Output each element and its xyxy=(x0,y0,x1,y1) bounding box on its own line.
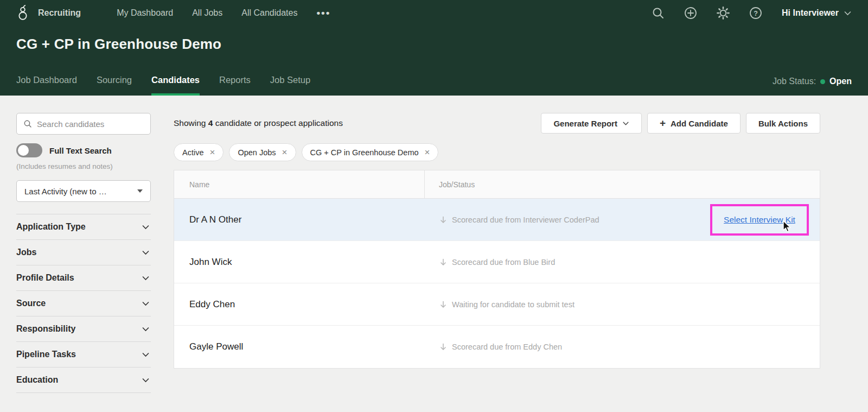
status-dot-icon xyxy=(820,79,825,84)
active-filter-chips: Active×Open Jobs×CG + CP in Greenhouse D… xyxy=(174,143,820,161)
filter-section-label: Education xyxy=(16,375,58,385)
arrow-down-icon xyxy=(439,343,448,351)
user-name: Hi Interviewer xyxy=(782,8,839,18)
filter-section-label: Responsibility xyxy=(16,324,75,334)
tab-reports[interactable]: Reports xyxy=(219,68,251,96)
candidate-name[interactable]: John Wick xyxy=(174,241,425,283)
chip-label: Active xyxy=(182,148,204,157)
arrow-down-icon xyxy=(439,258,448,267)
status-text: Scorecard due from Blue Bird xyxy=(452,258,555,267)
content-area: Full Text Search (Includes resumes and n… xyxy=(0,96,868,393)
product-name: Recruiting xyxy=(38,8,81,18)
more-menu-button[interactable]: ••• xyxy=(316,7,330,19)
svg-text:?: ? xyxy=(754,10,758,17)
interview-kit-highlight-box: Select Interview Kit xyxy=(710,204,809,236)
remove-chip-icon[interactable]: × xyxy=(425,148,430,157)
chevron-down-icon xyxy=(844,9,852,17)
table-row[interactable]: John WickScorecard due from Blue Bird xyxy=(174,241,820,283)
filter-chip-active: Active× xyxy=(174,143,224,161)
nav-item-my-dashboard[interactable]: My Dashboard xyxy=(117,8,173,18)
sort-dropdown-value: Last Activity (new to … xyxy=(24,187,107,196)
table-row[interactable]: Eddy ChenWaiting for candidate to submit… xyxy=(174,283,820,326)
status-text: Waiting for candidate to submit test xyxy=(452,300,575,309)
sort-dropdown[interactable]: Last Activity (new to … xyxy=(16,180,151,202)
candidate-status: Scorecard due from Blue Bird xyxy=(425,241,820,283)
page-title: CG + CP in Greenhouse Demo xyxy=(16,26,852,53)
filter-section-label: Jobs xyxy=(16,248,36,257)
candidates-main: Showing 4 candidate or prospect applicat… xyxy=(174,113,820,393)
remove-chip-icon[interactable]: × xyxy=(210,148,215,157)
arrow-down-icon xyxy=(439,300,448,309)
job-status: Job Status: Open xyxy=(773,77,852,96)
gear-icon[interactable] xyxy=(717,7,730,20)
filter-section-label: Pipeline Tasks xyxy=(16,350,76,359)
filter-section-education[interactable]: Education xyxy=(16,367,151,393)
candidate-status: Scorecard due from Eddy Chen xyxy=(425,326,820,368)
job-status-label: Job Status: xyxy=(773,77,816,86)
filter-section-pipeline-tasks[interactable]: Pipeline Tasks xyxy=(16,342,151,367)
add-icon[interactable] xyxy=(684,7,697,20)
chevron-down-icon xyxy=(142,325,150,333)
filter-section-label: Profile Details xyxy=(16,273,74,283)
chevron-down-icon xyxy=(142,274,150,282)
arrow-down-icon xyxy=(439,215,448,224)
tab-sourcing[interactable]: Sourcing xyxy=(97,68,132,96)
plus-icon: + xyxy=(660,118,666,128)
table-row[interactable]: Gayle PowellScorecard due from Eddy Chen xyxy=(174,326,820,368)
nav-item-all-candidates[interactable]: All Candidates xyxy=(241,8,297,18)
remove-chip-icon[interactable]: × xyxy=(282,148,288,157)
generate-report-button[interactable]: Generate Report xyxy=(541,113,642,134)
filter-section-profile-details[interactable]: Profile Details xyxy=(16,265,151,291)
filter-chip-cg-cp-in-greenhouse-demo: CG + CP in Greenhouse Demo× xyxy=(302,143,439,161)
tab-job-setup[interactable]: Job Setup xyxy=(270,68,310,96)
chip-label: Open Jobs xyxy=(238,148,276,157)
candidate-name[interactable]: Eddy Chen xyxy=(174,283,425,325)
tab-job-dashboard[interactable]: Job Dashboard xyxy=(16,68,77,96)
primary-nav: My DashboardAll JobsAll Candidates xyxy=(117,8,297,18)
tab-candidates[interactable]: Candidates xyxy=(151,68,200,96)
help-icon[interactable]: ? xyxy=(749,7,762,20)
candidate-status: Waiting for candidate to submit test xyxy=(425,283,820,325)
results-summary: Showing 4 candidate or prospect applicat… xyxy=(174,118,343,128)
filter-section-label: Source xyxy=(16,299,46,308)
chip-label: CG + CP in Greenhouse Demo xyxy=(310,148,419,157)
chevron-down-icon xyxy=(142,249,150,257)
filter-section-application-type[interactable]: Application Type xyxy=(16,214,151,240)
candidates-table: Name Job/Status Dr A N OtherScorecard du… xyxy=(174,170,820,369)
filter-section-jobs[interactable]: Jobs xyxy=(16,240,151,265)
chevron-down-icon xyxy=(142,300,150,308)
bulk-actions-button[interactable]: Bulk Actions xyxy=(746,113,820,134)
status-text: Scorecard due from Eddy Chen xyxy=(452,343,562,351)
caret-down-icon xyxy=(137,189,143,193)
search-candidates-input[interactable] xyxy=(37,119,144,129)
results-count: 4 xyxy=(208,118,213,128)
job-status-value[interactable]: Open xyxy=(829,77,852,86)
filter-section-responsibility[interactable]: Responsibility xyxy=(16,316,151,342)
table-header: Name Job/Status xyxy=(174,170,820,199)
search-icon[interactable] xyxy=(652,7,665,20)
full-text-search-toggle[interactable] xyxy=(16,143,42,157)
status-text: Scorecard due from Interviewer CoderPad xyxy=(452,215,599,224)
candidate-search-box xyxy=(16,113,151,135)
job-tabs: Job DashboardSourcingCandidatesReportsJo… xyxy=(16,68,310,96)
filter-sidebar: Full Text Search (Includes resumes and n… xyxy=(16,113,151,393)
candidate-name[interactable]: Gayle Powell xyxy=(174,326,425,368)
column-header-job-status[interactable]: Job/Status xyxy=(425,170,820,198)
nav-item-all-jobs[interactable]: All Jobs xyxy=(192,8,222,18)
candidate-name[interactable]: Dr A N Other xyxy=(174,199,425,240)
job-header: CG + CP in Greenhouse Demo Job Dashboard… xyxy=(0,26,868,96)
column-header-name[interactable]: Name xyxy=(174,170,425,198)
chevron-down-icon xyxy=(142,351,150,359)
table-row[interactable]: Dr A N OtherScorecard due from Interview… xyxy=(174,199,820,241)
full-text-search-note: (Includes resumes and notes) xyxy=(16,162,151,170)
mouse-cursor-icon xyxy=(782,220,792,232)
top-navigation-bar: Recruiting My DashboardAll JobsAll Candi… xyxy=(0,0,868,26)
table-body: Dr A N OtherScorecard due from Interview… xyxy=(174,199,820,368)
user-menu[interactable]: Hi Interviewer xyxy=(782,8,852,18)
search-icon xyxy=(23,119,32,128)
add-candidate-button[interactable]: + Add Candidate xyxy=(647,113,741,134)
filter-section-source[interactable]: Source xyxy=(16,291,151,316)
greenhouse-logo-icon xyxy=(16,5,29,21)
filter-sections: Application TypeJobsProfile DetailsSourc… xyxy=(16,214,151,393)
filter-section-label: Application Type xyxy=(16,222,86,232)
